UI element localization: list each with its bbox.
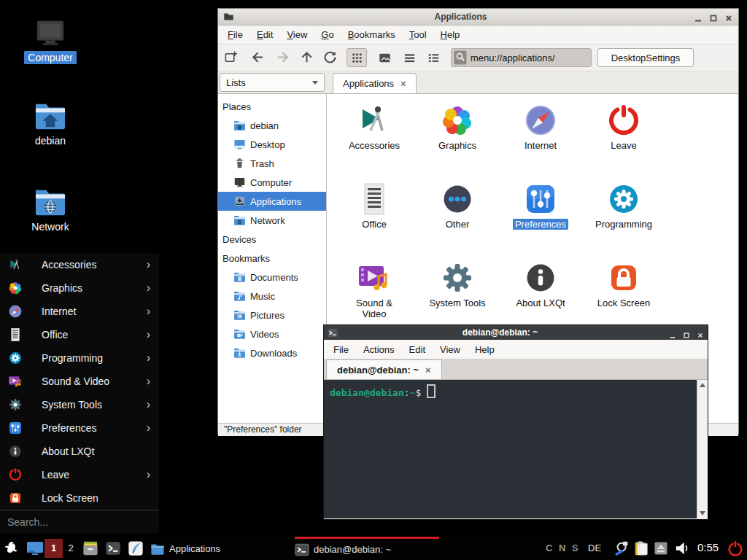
menu-item[interactable]: View: [287, 29, 307, 40]
folder-item[interactable]: Accessories: [333, 103, 416, 182]
app-menu-item[interactable]: Programming ›: [0, 346, 159, 370]
app-menu-item[interactable]: Graphics ›: [0, 276, 159, 300]
workspace-1[interactable]: 1: [44, 539, 63, 558]
desktop-icon-network[interactable]: Network: [4, 187, 97, 233]
folder-item[interactable]: Office: [333, 182, 416, 260]
sidebar-item[interactable]: Videos: [218, 324, 326, 343]
desktop-icon-computer[interactable]: Computer: [4, 18, 97, 64]
sidebar-item[interactable]: Devices: [218, 230, 326, 249]
screenshot-tray-icon[interactable]: [614, 540, 630, 556]
sidebar-item[interactable]: Applications: [218, 192, 326, 211]
forward-icon[interactable]: [276, 50, 290, 64]
sidebar-item[interactable]: Pictures: [218, 306, 326, 324]
sidebar-item[interactable]: Network: [218, 211, 326, 230]
graphics-icon: [440, 103, 475, 138]
folder-item[interactable]: Programming: [582, 182, 665, 260]
qterminal-launcher[interactable]: [105, 540, 121, 556]
minimize-button[interactable]: [694, 12, 703, 21]
terminal-scrollbar[interactable]: [697, 380, 708, 518]
menu-item[interactable]: Help: [475, 344, 495, 355]
desktop: Computer debian Network Accessories › Gr…: [0, 0, 747, 560]
eject-tray-icon[interactable]: [654, 542, 667, 555]
app-menu-item[interactable]: Accessories ›: [0, 253, 159, 276]
sidebar-item[interactable]: Downloads: [218, 343, 326, 362]
taskbar: 1 2 Applications debian@debian: ~ C N S …: [0, 537, 747, 560]
maximize-button[interactable]: [683, 329, 690, 336]
compact-view-button[interactable]: [399, 48, 419, 67]
refresh-icon[interactable]: [323, 50, 337, 64]
menu-item[interactable]: Actions: [363, 344, 395, 355]
scroll-up-icon[interactable]: [700, 383, 705, 387]
pcmanfm-launcher[interactable]: [82, 540, 98, 556]
app-menu-item[interactable]: Internet ›: [0, 300, 159, 323]
sidebar-item[interactable]: Bookmarks: [218, 249, 326, 268]
menu-item[interactable]: Go: [321, 29, 333, 40]
folder-item[interactable]: Other: [416, 182, 499, 260]
menu-item[interactable]: View: [440, 344, 460, 355]
menu-item[interactable]: Edit: [257, 29, 273, 40]
clock[interactable]: 0:55: [697, 541, 719, 553]
menu-item[interactable]: File: [333, 344, 349, 355]
folder-item[interactable]: Internet: [499, 103, 582, 182]
back-icon[interactable]: [251, 50, 265, 64]
terminal-screen[interactable]: debian@debian:~$: [324, 380, 697, 518]
fm-titlebar[interactable]: Applications: [218, 9, 738, 26]
sidebar-item[interactable]: debian: [218, 116, 326, 135]
minimize-button[interactable]: [669, 329, 676, 336]
desktop-settings-button[interactable]: DesktopSettings: [597, 48, 694, 67]
maximize-button[interactable]: [709, 12, 718, 21]
clipboard-tray-icon[interactable]: [633, 540, 649, 556]
tab-close-icon[interactable]: ×: [425, 365, 431, 375]
terminal-tab[interactable]: debian@debian: ~ ×: [326, 359, 442, 379]
icon-view-button[interactable]: [347, 48, 367, 67]
menu-item[interactable]: Bookmarks: [348, 29, 395, 40]
featherpad-launcher[interactable]: [128, 540, 144, 556]
fm-menubar: File Edit View Go Bookmarks Tool Help: [218, 26, 738, 44]
folder-item[interactable]: Leave: [582, 103, 665, 182]
keyboard-layout[interactable]: DE: [588, 542, 601, 553]
menu-search-input[interactable]: Search...: [0, 510, 159, 533]
show-desktop-button[interactable]: [26, 540, 44, 556]
menu-item[interactable]: Help: [441, 29, 460, 40]
volume-icon[interactable]: [674, 540, 690, 556]
app-menu-item[interactable]: System Tools ›: [0, 393, 159, 416]
new-tab-icon[interactable]: [224, 50, 238, 64]
tab-applications[interactable]: Applications ×: [333, 73, 417, 93]
app-menu-item[interactable]: About LXQt ›: [0, 440, 159, 463]
sidebar-item[interactable]: Documents: [218, 268, 326, 287]
sidebar-mode-select[interactable]: Lists: [220, 73, 325, 92]
desktop-icon-debian[interactable]: debian: [4, 101, 97, 147]
app-menu-item[interactable]: Preferences ›: [0, 416, 159, 440]
app-menu-item[interactable]: Lock Screen ›: [0, 486, 159, 510]
app-menu-item[interactable]: Office ›: [0, 323, 159, 346]
app-menu-item[interactable]: Leave ›: [0, 463, 159, 486]
folder-item[interactable]: Graphics: [416, 103, 499, 182]
close-button[interactable]: [724, 12, 733, 21]
workspace-2[interactable]: 2: [64, 539, 77, 558]
accessories-icon: [8, 257, 23, 272]
sb-apps-icon: [233, 195, 246, 207]
main-menu-button[interactable]: [4, 540, 20, 556]
sidebar-item[interactable]: Desktop: [218, 135, 326, 154]
task-button-terminal[interactable]: debian@debian: ~: [295, 537, 439, 560]
menu-item[interactable]: File: [228, 29, 243, 40]
power-button[interactable]: [727, 540, 743, 556]
up-icon[interactable]: [300, 50, 314, 64]
folder-item[interactable]: Preferences: [499, 182, 582, 260]
menu-item[interactable]: Edit: [409, 344, 425, 355]
sidebar-item[interactable]: Music: [218, 287, 326, 306]
terminal-titlebar[interactable]: debian@debian: ~: [324, 325, 708, 340]
sidebar-item[interactable]: Trash: [218, 154, 326, 173]
scroll-down-icon[interactable]: [700, 511, 705, 516]
close-button[interactable]: [697, 329, 704, 336]
sidebar-item[interactable]: Computer: [218, 173, 326, 192]
menu-item[interactable]: Tool: [409, 29, 427, 40]
thumbnail-view-button[interactable]: [374, 48, 395, 67]
task-button-applications[interactable]: Applications: [150, 537, 220, 560]
tab-close-icon[interactable]: ×: [400, 79, 406, 88]
app-menu-item[interactable]: Sound & Video ›: [0, 370, 159, 393]
detailed-view-button[interactable]: [423, 48, 444, 67]
sidebar-item[interactable]: Places: [218, 97, 326, 116]
programming-icon: [606, 182, 641, 217]
address-bar[interactable]: menu://applications/: [451, 48, 592, 67]
